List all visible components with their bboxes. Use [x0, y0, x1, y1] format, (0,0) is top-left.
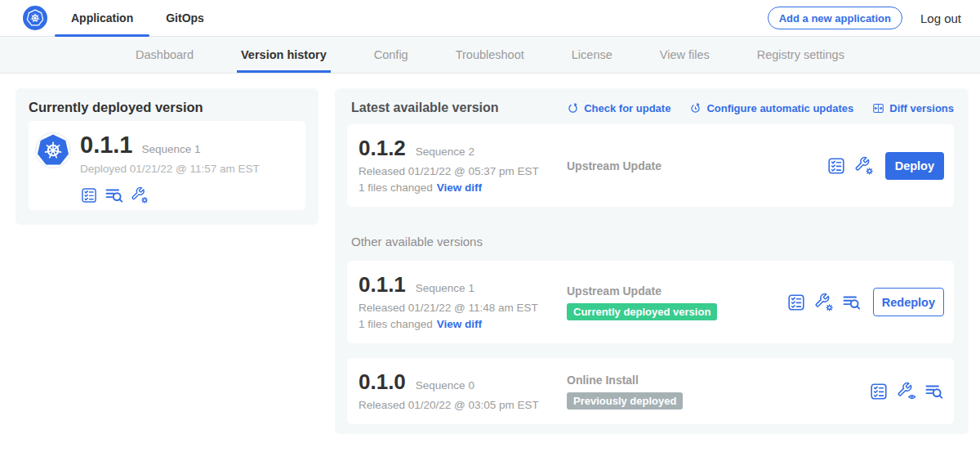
files-changed-label: 1 files changed [359, 181, 433, 194]
app-subnav: DashboardVersion historyConfigTroublesho… [0, 37, 980, 74]
subnav-tab-version-history[interactable]: Version history [217, 37, 350, 73]
deployed-sequence-label: Sequence 1 [142, 143, 201, 155]
released-timestamp: Released 01/21/22 @ 11:48 am EST [359, 302, 567, 314]
version-card-0.1.2: 0.1.2Sequence 2Released 01/21/22 @ 05:37… [347, 124, 954, 207]
schedule-icon [689, 102, 702, 114]
diff-versions-link[interactable]: Diff versions [872, 102, 954, 114]
preflight-checks-icon[interactable] [869, 382, 889, 401]
view-diff-link[interactable]: View diff [437, 181, 482, 194]
edit-config-icon[interactable] [131, 186, 149, 204]
tab-gitops[interactable]: GitOps [149, 0, 220, 36]
head-link-label: Configure automatic updates [706, 102, 853, 114]
subnav-tab-dashboard[interactable]: Dashboard [112, 37, 217, 73]
files-changed-label: 1 files changed [359, 318, 433, 330]
latest-version-header: Latest available version [351, 101, 499, 115]
version-source-label: Upstream Update [567, 284, 786, 298]
preflight-checks-icon[interactable] [826, 156, 846, 176]
version-source-label: Online Install [567, 374, 869, 387]
version-card-0.1.1: 0.1.1Sequence 1Released 01/21/22 @ 11:48… [347, 261, 954, 343]
sequence-label: Sequence 1 [416, 282, 474, 294]
view-config-icon[interactable] [897, 382, 916, 401]
files-changed-row: 1 files changedView diff [359, 318, 567, 330]
version-history-panel: Latest available version Check for updat… [335, 88, 969, 434]
version-number: 0.1.2 [359, 137, 406, 159]
check-for-update-link[interactable]: Check for update [567, 102, 670, 114]
redeploy-button[interactable]: Redeploy [873, 288, 944, 316]
view-files-icon[interactable] [924, 382, 944, 401]
status-badge: Previously deployed [567, 392, 683, 410]
subnav-tab-view-files[interactable]: View files [636, 37, 733, 73]
content: Currently deployed version 0.1.1 Sequenc… [0, 74, 980, 434]
deployed-version-card: 0.1.1 Sequence 1 Deployed 01/21/22 @ 11:… [29, 121, 305, 210]
version-number: 0.1.0 [359, 371, 406, 393]
sequence-label: Sequence 2 [416, 145, 474, 158]
top-navbar: Application GitOps Add a new application… [0, 0, 980, 37]
app-icon [35, 132, 71, 168]
released-timestamp: Released 01/20/22 @ 03:05 pm EST [359, 399, 567, 411]
preflight-checks-icon[interactable] [786, 293, 806, 312]
deployed-panel-title: Currently deployed version [29, 100, 305, 115]
currently-deployed-panel: Currently deployed version 0.1.1 Sequenc… [16, 88, 318, 225]
logout-link[interactable]: Log out [920, 11, 961, 25]
deployed-version-number: 0.1.1 [80, 132, 133, 157]
subnav-tab-registry-settings[interactable]: Registry settings [733, 37, 868, 73]
subnav-tab-config[interactable]: Config [350, 37, 432, 73]
version-card-0.1.0: 0.1.0Sequence 0Released 01/20/22 @ 03:05… [347, 358, 954, 424]
tab-application-label: Application [71, 11, 133, 25]
head-link-label: Check for update [584, 102, 670, 114]
view-diff-link[interactable]: View diff [437, 318, 482, 330]
diff-icon [872, 102, 884, 114]
deployed-timestamp: Deployed 01/21/22 @ 11:57 am EST [80, 163, 260, 175]
subnav-tab-troubleshoot[interactable]: Troubleshoot [432, 37, 548, 73]
version-source-label: Upstream Update [567, 159, 826, 172]
deploy-button[interactable]: Deploy [885, 152, 944, 180]
tab-application[interactable]: Application [55, 0, 149, 36]
files-changed-row: 1 files changedView diff [359, 181, 567, 194]
tab-gitops-label: GitOps [166, 11, 204, 25]
edit-config-icon[interactable] [854, 156, 874, 176]
version-number: 0.1.1 [359, 274, 406, 296]
view-files-icon[interactable] [842, 293, 862, 312]
head-link-label: Diff versions [889, 102, 954, 114]
sequence-label: Sequence 0 [416, 379, 474, 392]
other-versions-header: Other available versions [351, 235, 954, 248]
view-files-icon[interactable] [105, 186, 124, 205]
preflight-checks-icon[interactable] [80, 186, 98, 204]
edit-config-icon[interactable] [814, 293, 834, 312]
status-badge: Currently deployed version [567, 303, 717, 320]
kubernetes-logo-icon[interactable] [23, 6, 47, 30]
configure-automatic-updates-link[interactable]: Configure automatic updates [689, 102, 853, 114]
refresh-icon [567, 102, 579, 114]
add-application-button[interactable]: Add a new application [768, 7, 902, 29]
released-timestamp: Released 01/21/22 @ 05:37 pm EST [359, 165, 567, 177]
subnav-tab-license[interactable]: License [548, 37, 636, 73]
